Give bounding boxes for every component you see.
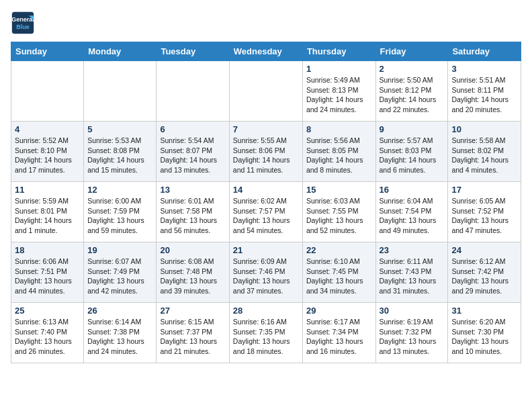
logo-icon: General Blue: [11, 11, 35, 35]
day-number: 14: [233, 185, 299, 195]
calendar-cell: 24Sunrise: 6:12 AMSunset: 7:42 PMDayligh…: [448, 242, 521, 303]
calendar-cell: 2Sunrise: 5:50 AMSunset: 8:12 PMDaylight…: [375, 61, 448, 122]
calendar-cell: 27Sunrise: 6:15 AMSunset: 7:37 PMDayligh…: [157, 303, 229, 363]
weekday-header-cell: Sunday: [11, 42, 84, 61]
day-info: Sunrise: 6:04 AMSunset: 7:54 PMDaylight:…: [380, 196, 445, 236]
day-info: Sunrise: 6:08 AMSunset: 7:48 PMDaylight:…: [160, 257, 225, 296]
day-info: Sunrise: 5:50 AMSunset: 8:12 PMDaylight:…: [380, 75, 445, 115]
weekday-header-cell: Thursday: [302, 42, 375, 61]
weekday-header-cell: Friday: [375, 42, 448, 61]
day-info: Sunrise: 6:17 AMSunset: 7:34 PMDaylight:…: [306, 317, 372, 357]
calendar-cell: [11, 61, 84, 122]
day-number: 23: [380, 245, 445, 255]
calendar-cell: [157, 61, 229, 122]
page-header: General Blue: [11, 11, 521, 35]
day-number: 13: [160, 185, 225, 195]
day-number: 15: [306, 185, 372, 195]
day-info: Sunrise: 5:57 AMSunset: 8:03 PMDaylight:…: [380, 136, 445, 175]
day-info: Sunrise: 5:58 AMSunset: 8:02 PMDaylight:…: [451, 136, 517, 175]
calendar-cell: 14Sunrise: 6:02 AMSunset: 7:57 PMDayligh…: [229, 182, 302, 242]
calendar-week-row: 25Sunrise: 6:13 AMSunset: 7:40 PMDayligh…: [11, 303, 521, 363]
day-info: Sunrise: 5:52 AMSunset: 8:10 PMDaylight:…: [15, 136, 80, 175]
calendar-cell: 12Sunrise: 6:00 AMSunset: 7:59 PMDayligh…: [84, 182, 157, 242]
day-info: Sunrise: 5:54 AMSunset: 8:07 PMDaylight:…: [160, 136, 225, 175]
day-info: Sunrise: 6:13 AMSunset: 7:40 PMDaylight:…: [15, 317, 80, 357]
day-number: 20: [160, 245, 225, 255]
day-number: 9: [380, 124, 445, 134]
day-info: Sunrise: 6:02 AMSunset: 7:57 PMDaylight:…: [233, 196, 299, 236]
calendar-week-row: 4Sunrise: 5:52 AMSunset: 8:10 PMDaylight…: [11, 122, 521, 182]
calendar-cell: 6Sunrise: 5:54 AMSunset: 8:07 PMDaylight…: [157, 122, 229, 182]
day-info: Sunrise: 6:05 AMSunset: 7:52 PMDaylight:…: [451, 196, 517, 236]
calendar-cell: 10Sunrise: 5:58 AMSunset: 8:02 PMDayligh…: [448, 122, 521, 182]
day-number: 24: [451, 245, 517, 255]
day-info: Sunrise: 6:03 AMSunset: 7:55 PMDaylight:…: [306, 196, 372, 236]
day-number: 26: [87, 306, 152, 316]
day-info: Sunrise: 5:56 AMSunset: 8:05 PMDaylight:…: [306, 136, 372, 175]
calendar-cell: 5Sunrise: 5:53 AMSunset: 8:08 PMDaylight…: [84, 122, 157, 182]
weekday-header-cell: Saturday: [448, 42, 521, 61]
day-number: 16: [380, 185, 445, 195]
day-number: 12: [87, 185, 152, 195]
day-info: Sunrise: 6:19 AMSunset: 7:32 PMDaylight:…: [380, 317, 445, 357]
calendar-cell: 28Sunrise: 6:16 AMSunset: 7:35 PMDayligh…: [229, 303, 302, 363]
day-info: Sunrise: 6:14 AMSunset: 7:38 PMDaylight:…: [87, 317, 152, 357]
day-number: 27: [160, 306, 225, 316]
calendar-week-row: 1Sunrise: 5:49 AMSunset: 8:13 PMDaylight…: [11, 61, 521, 122]
calendar-cell: 3Sunrise: 5:51 AMSunset: 8:11 PMDaylight…: [448, 61, 521, 122]
calendar-cell: 26Sunrise: 6:14 AMSunset: 7:38 PMDayligh…: [84, 303, 157, 363]
day-info: Sunrise: 6:06 AMSunset: 7:51 PMDaylight:…: [15, 257, 80, 296]
calendar-cell: 8Sunrise: 5:56 AMSunset: 8:05 PMDaylight…: [302, 122, 375, 182]
calendar-cell: 17Sunrise: 6:05 AMSunset: 7:52 PMDayligh…: [448, 182, 521, 242]
day-number: 17: [451, 185, 517, 195]
day-number: 6: [160, 124, 225, 134]
day-number: 30: [380, 306, 445, 316]
calendar-cell: 9Sunrise: 5:57 AMSunset: 8:03 PMDaylight…: [375, 122, 448, 182]
day-number: 18: [15, 245, 80, 255]
calendar-cell: 15Sunrise: 6:03 AMSunset: 7:55 PMDayligh…: [302, 182, 375, 242]
calendar-table: SundayMondayTuesdayWednesdayThursdayFrid…: [11, 42, 521, 363]
calendar-cell: 19Sunrise: 6:07 AMSunset: 7:49 PMDayligh…: [84, 242, 157, 303]
day-number: 1: [306, 64, 372, 74]
day-info: Sunrise: 6:10 AMSunset: 7:45 PMDaylight:…: [306, 257, 372, 296]
day-info: Sunrise: 6:07 AMSunset: 7:49 PMDaylight:…: [87, 257, 152, 296]
calendar-cell: 11Sunrise: 5:59 AMSunset: 8:01 PMDayligh…: [11, 182, 84, 242]
day-info: Sunrise: 6:15 AMSunset: 7:37 PMDaylight:…: [160, 317, 225, 357]
day-number: 7: [233, 124, 299, 134]
calendar-week-row: 11Sunrise: 5:59 AMSunset: 8:01 PMDayligh…: [11, 182, 521, 242]
day-number: 25: [15, 306, 80, 316]
day-info: Sunrise: 6:12 AMSunset: 7:42 PMDaylight:…: [451, 257, 517, 296]
day-number: 22: [306, 245, 372, 255]
calendar-cell: 25Sunrise: 6:13 AMSunset: 7:40 PMDayligh…: [11, 303, 84, 363]
calendar-cell: 13Sunrise: 6:01 AMSunset: 7:58 PMDayligh…: [157, 182, 229, 242]
day-number: 29: [306, 306, 372, 316]
calendar-cell: 18Sunrise: 6:06 AMSunset: 7:51 PMDayligh…: [11, 242, 84, 303]
svg-text:Blue: Blue: [16, 24, 30, 30]
day-info: Sunrise: 6:16 AMSunset: 7:35 PMDaylight:…: [233, 317, 299, 357]
calendar-cell: [84, 61, 157, 122]
day-number: 5: [87, 124, 152, 134]
weekday-header-cell: Wednesday: [229, 42, 302, 61]
calendar-cell: 31Sunrise: 6:20 AMSunset: 7:30 PMDayligh…: [448, 303, 521, 363]
day-number: 8: [306, 124, 372, 134]
calendar-cell: 23Sunrise: 6:11 AMSunset: 7:43 PMDayligh…: [375, 242, 448, 303]
day-info: Sunrise: 5:51 AMSunset: 8:11 PMDaylight:…: [451, 75, 517, 115]
weekday-header-cell: Tuesday: [157, 42, 229, 61]
calendar-week-row: 18Sunrise: 6:06 AMSunset: 7:51 PMDayligh…: [11, 242, 521, 303]
day-number: 11: [15, 185, 80, 195]
day-info: Sunrise: 5:55 AMSunset: 8:06 PMDaylight:…: [233, 136, 299, 175]
day-number: 2: [380, 64, 445, 74]
day-info: Sunrise: 5:49 AMSunset: 8:13 PMDaylight:…: [306, 75, 372, 115]
day-number: 31: [451, 306, 517, 316]
day-number: 10: [451, 124, 517, 134]
calendar-cell: [229, 61, 302, 122]
calendar-cell: 29Sunrise: 6:17 AMSunset: 7:34 PMDayligh…: [302, 303, 375, 363]
calendar-cell: 30Sunrise: 6:19 AMSunset: 7:32 PMDayligh…: [375, 303, 448, 363]
calendar-cell: 20Sunrise: 6:08 AMSunset: 7:48 PMDayligh…: [157, 242, 229, 303]
weekday-header-row: SundayMondayTuesdayWednesdayThursdayFrid…: [11, 42, 521, 61]
day-info: Sunrise: 6:01 AMSunset: 7:58 PMDaylight:…: [160, 196, 225, 236]
calendar-cell: 22Sunrise: 6:10 AMSunset: 7:45 PMDayligh…: [302, 242, 375, 303]
day-number: 28: [233, 306, 299, 316]
day-number: 3: [451, 64, 517, 74]
weekday-header-cell: Monday: [84, 42, 157, 61]
